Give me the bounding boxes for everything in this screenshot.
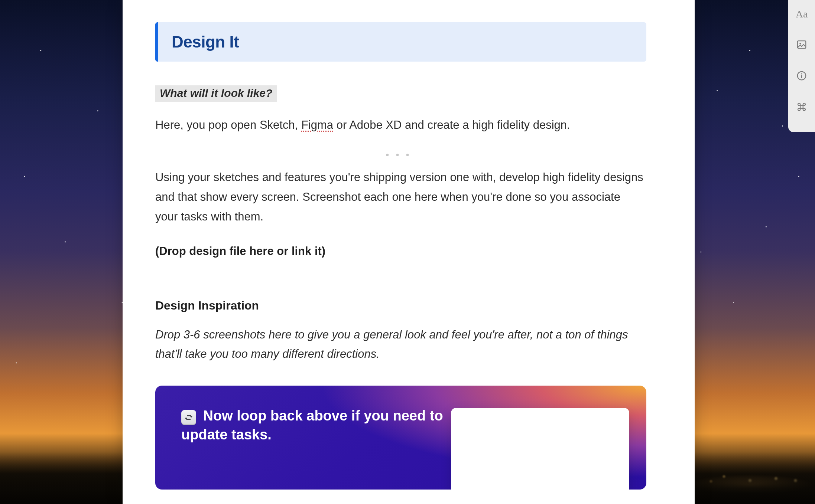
document-page[interactable]: Design It What will it look like? Here, … — [123, 0, 695, 504]
info-icon — [796, 70, 807, 83]
loop-card-preview-panel — [451, 408, 629, 490]
spellcheck-word[interactable]: Figma — [301, 118, 333, 131]
inspiration-note: Drop 3-6 screenshots here to give you a … — [155, 325, 646, 364]
wallpaper-city-lights — [685, 452, 815, 493]
body-paragraph: Using your sketches and features you're … — [155, 167, 646, 227]
svg-rect-0 — [798, 41, 806, 48]
drop-file-instruction[interactable]: (Drop design file here or link it) — [155, 245, 646, 258]
viewport: Design It What will it look like? Here, … — [0, 0, 815, 504]
loop-back-text: Now loop back above if you need to updat… — [181, 406, 449, 445]
loop-back-label: Now loop back above if you need to updat… — [181, 408, 443, 442]
image-icon — [796, 39, 807, 52]
lead-question: What will it look like? — [155, 85, 277, 102]
section-heading-callout: Design It — [155, 22, 646, 62]
loop-back-card[interactable]: Now loop back above if you need to updat… — [155, 386, 646, 490]
image-tool[interactable] — [794, 38, 809, 53]
repeat-icon — [181, 410, 196, 425]
command-icon — [796, 101, 807, 114]
svg-point-1 — [799, 43, 801, 45]
inspiration-heading: Design Inspiration — [155, 299, 646, 312]
section-divider-dots: ••• — [155, 149, 646, 161]
typography-icon: Aa — [796, 9, 808, 19]
intro-text-before: Here, you pop open Sketch, — [155, 118, 301, 131]
svg-point-3 — [801, 73, 802, 75]
section-heading: Design It — [172, 33, 633, 51]
info-tool[interactable] — [794, 69, 809, 84]
side-toolbar: Aa — [788, 0, 815, 132]
keyboard-shortcuts-tool[interactable] — [794, 100, 809, 115]
intro-paragraph: Here, you pop open Sketch, Figma or Adob… — [155, 116, 642, 134]
typography-tool[interactable]: Aa — [794, 7, 809, 22]
intro-text-after: or Adobe XD and create a high fidelity d… — [333, 118, 570, 131]
